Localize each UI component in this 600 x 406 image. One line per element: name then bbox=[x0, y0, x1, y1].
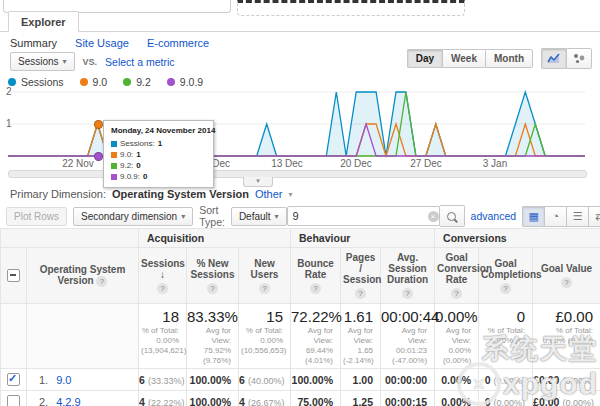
comparison-view-icon[interactable]: ⇄ bbox=[588, 206, 600, 227]
granularity-buttons: DayWeekMonth bbox=[407, 49, 533, 68]
column-header-pages-session[interactable]: Pages / Session? bbox=[341, 248, 381, 304]
x-tick-label: 20 Dec bbox=[340, 158, 372, 169]
data-table-wrap: Acquisition Behaviour Conversions Operat… bbox=[0, 228, 600, 406]
search-button[interactable] bbox=[440, 205, 465, 227]
chart-type-buttons bbox=[541, 48, 592, 69]
secondary-dimension-label: Secondary dimension bbox=[81, 211, 177, 222]
metric-cell: £0.00 (0.00%) bbox=[533, 369, 600, 391]
search-icon bbox=[447, 212, 456, 221]
subnav-site-usage[interactable]: Site Usage bbox=[75, 37, 129, 49]
dimension-os-version[interactable]: Operating System Version bbox=[112, 188, 249, 200]
dimension-other-link[interactable]: Other bbox=[255, 188, 283, 200]
legend-item: 9.0.9 bbox=[167, 76, 203, 88]
secondary-dimension-dropdown[interactable]: Secondary dimension ▾ bbox=[73, 207, 193, 226]
chart-legend: Sessions9.09.29.0.9 bbox=[8, 76, 203, 88]
chevron-down-icon: ▾ bbox=[275, 212, 279, 221]
metric-cell: £0.00 (0.00%) bbox=[533, 391, 600, 406]
column-header-bounce-rate[interactable]: Bounce Rate? bbox=[291, 248, 341, 304]
os-version-link[interactable]: 4.2.9 bbox=[56, 396, 80, 406]
metric-cell: 0 (0.00%) bbox=[479, 369, 533, 391]
legend-item: 9.2 bbox=[123, 76, 151, 88]
help-icon[interactable]: ? bbox=[500, 283, 511, 294]
group-acquisition: Acquisition bbox=[139, 229, 291, 248]
help-icon[interactable]: ? bbox=[310, 283, 321, 294]
y-tick-label: 2 bbox=[6, 86, 12, 97]
performance-view-icon[interactable]: ☰ bbox=[566, 206, 588, 227]
sort-descending-icon: ↓ bbox=[160, 269, 165, 280]
select-metric-link[interactable]: Select a metric bbox=[105, 56, 174, 68]
os-version-table: Acquisition Behaviour Conversions Operat… bbox=[0, 228, 600, 406]
help-icon[interactable]: ? bbox=[96, 276, 107, 287]
tab-explorer[interactable]: Explorer bbox=[8, 11, 79, 32]
sort-type-dropdown[interactable]: Default ▾ bbox=[231, 207, 287, 226]
motion-chart-icon[interactable] bbox=[566, 48, 592, 69]
totals-cell: 00:00:44Avg for View: 00:01:23 (-47.00%) bbox=[381, 304, 435, 369]
table-row: 2.4.2.94 (22.22%)100.00%4 (26.67%)75.00%… bbox=[1, 391, 600, 406]
os-version-link[interactable]: 9.0 bbox=[56, 374, 71, 386]
legend-dot-icon bbox=[80, 78, 88, 86]
chart-expand-handle[interactable]: ▾ bbox=[243, 177, 273, 187]
totals-cell: 83.33%Avg for View: 75.92% (9.76%) bbox=[187, 304, 239, 369]
subnav-e-commerce[interactable]: E-commerce bbox=[147, 37, 209, 49]
totals-cell: 1.61Avg for View: 1.65 (-2.14%) bbox=[341, 304, 381, 369]
row-checkbox[interactable] bbox=[1, 369, 27, 391]
help-icon[interactable]: ? bbox=[157, 283, 168, 294]
metric-dropdown-label: Sessions bbox=[18, 56, 59, 67]
help-icon[interactable]: ? bbox=[355, 288, 366, 299]
chevron-down-icon: ▾ bbox=[288, 190, 292, 199]
column-header-goal-conversion-rate[interactable]: Goal Conversion Rate? bbox=[435, 248, 479, 304]
metric-cell: 100.00% bbox=[187, 369, 239, 391]
help-icon[interactable]: ? bbox=[451, 288, 462, 299]
column-header--new-sessions[interactable]: % New Sessions? bbox=[187, 248, 239, 304]
plot-rows-button[interactable]: Plot Rows bbox=[6, 207, 67, 226]
metric-cell: 75.00% bbox=[291, 391, 341, 406]
totals-cell: 15% of Total: 0.00% (10,556,653) bbox=[239, 304, 291, 369]
select-all-checkbox[interactable] bbox=[1, 248, 27, 304]
group-conversions: Conversions bbox=[435, 229, 600, 248]
table-view-icon[interactable]: ▦ bbox=[522, 206, 544, 227]
line-chart-icon[interactable] bbox=[541, 48, 566, 69]
table-totals-row: 18% of Total: 0.00% (13,904,621)83.33%Av… bbox=[1, 304, 600, 369]
chart-timeline-scrollbar[interactable] bbox=[8, 170, 587, 178]
legend-dot-icon bbox=[167, 78, 175, 86]
data-point-marker bbox=[94, 152, 103, 161]
column-header-goal-value[interactable]: Goal Value? bbox=[533, 248, 600, 304]
legend-item: 9.0 bbox=[80, 76, 108, 88]
chevron-down-icon: ▾ bbox=[181, 212, 185, 221]
search-input[interactable] bbox=[287, 206, 440, 226]
granularity-month[interactable]: Month bbox=[485, 49, 533, 68]
subnav-summary[interactable]: Summary bbox=[10, 37, 57, 49]
legend-dot-icon bbox=[123, 78, 131, 86]
row-checkbox[interactable] bbox=[1, 391, 27, 406]
column-header-sessions[interactable]: Sessions ↓? bbox=[139, 248, 187, 304]
help-icon[interactable]: ? bbox=[402, 288, 413, 299]
table-row: 1.9.06 (33.33%)100.00%6 (40.00%)100.00%1… bbox=[1, 369, 600, 391]
data-point-marker bbox=[94, 120, 103, 129]
advanced-search-link[interactable]: advanced bbox=[471, 210, 517, 222]
column-header-goal-completions[interactable]: Goal Completions? bbox=[479, 248, 533, 304]
clear-search-icon[interactable]: × bbox=[428, 211, 439, 222]
totals-cell: 0% of Total: 0.00% (0) bbox=[479, 304, 533, 369]
x-tick-label: 13 Dec bbox=[271, 158, 303, 169]
totals-cell: £0.00% of Total: 0.00% (£0.00) bbox=[533, 304, 600, 369]
metric-cell: 6 (40.00%) bbox=[239, 369, 291, 391]
help-icon[interactable]: ? bbox=[561, 277, 572, 288]
column-header-avg-session-duration[interactable]: Avg. Session Duration? bbox=[381, 248, 435, 304]
primary-dimension-label: Primary Dimension: bbox=[10, 188, 106, 200]
column-header-new-users[interactable]: New Users? bbox=[239, 248, 291, 304]
help-icon[interactable]: ? bbox=[207, 283, 218, 294]
totals-cell: 18% of Total: 0.00% (13,904,621) bbox=[139, 304, 187, 369]
row-index: 2. bbox=[39, 396, 48, 406]
column-header-os-version: Operating System Version ? bbox=[27, 248, 139, 304]
table-group-header-row: Acquisition Behaviour Conversions bbox=[1, 229, 600, 248]
metric-cell: 100.00% bbox=[187, 391, 239, 406]
y-tick-label: 1 bbox=[6, 118, 12, 129]
granularity-week[interactable]: Week bbox=[442, 49, 485, 68]
metric-cell: 0.00% bbox=[435, 369, 479, 391]
help-icon[interactable]: ? bbox=[259, 283, 270, 294]
percentage-view-icon[interactable]: ◔ bbox=[544, 206, 566, 227]
metric-cell: 1.00 bbox=[341, 369, 381, 391]
metric-dropdown[interactable]: Sessions ▾ bbox=[10, 52, 75, 71]
metric-cell: 00:00:00 bbox=[381, 369, 435, 391]
granularity-day[interactable]: Day bbox=[407, 49, 442, 68]
